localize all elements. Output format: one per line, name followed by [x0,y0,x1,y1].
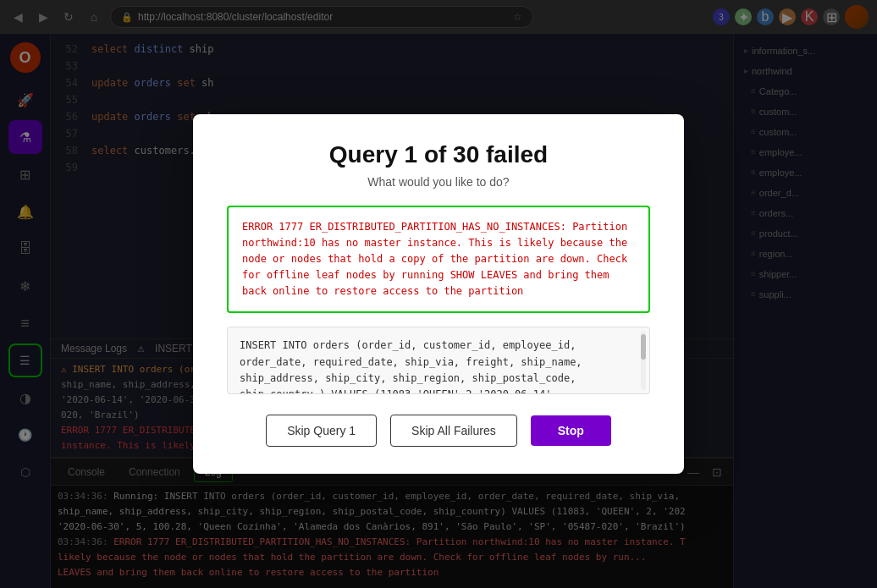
modal-actions: Skip Query 1 Skip All Failures Stop [227,415,650,447]
error-box: ERROR 1777 ER_DISTRIBUTED_PARTITION_HAS_… [227,206,650,314]
modal-overlay: Query 1 of 30 failed What would you like… [0,0,877,588]
query-box: INSERT INTO orders (order_id, customer_i… [227,327,650,394]
error-message: ERROR 1777 ER_DISTRIBUTED_PARTITION_HAS_… [242,219,635,300]
modal-title: Query 1 of 30 failed [227,141,650,168]
scrollbar-thumb [641,334,646,360]
modal-subtitle: What would you like to do? [227,175,650,189]
skip-query-button[interactable]: Skip Query 1 [266,415,377,447]
error-modal: Query 1 of 30 failed What would you like… [193,114,684,475]
stop-button[interactable]: Stop [531,415,611,446]
query-text: INSERT INTO orders (order_id, customer_i… [240,339,582,394]
skip-all-failures-button[interactable]: Skip All Failures [390,415,517,447]
query-scrollbar[interactable] [641,331,646,390]
